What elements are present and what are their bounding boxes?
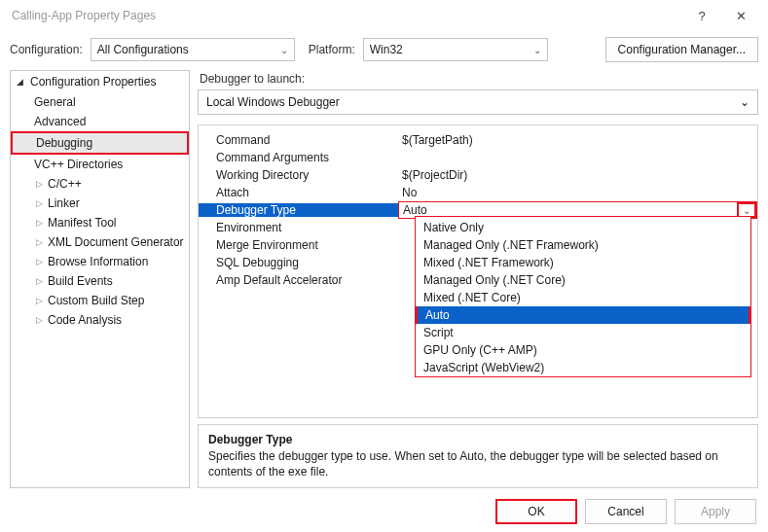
triangle-right-icon: ▷ bbox=[34, 296, 44, 305]
property-row[interactable]: Command$(TargetPath) bbox=[199, 131, 757, 149]
tree-item-c-c-[interactable]: ▷C/C++ bbox=[11, 174, 189, 194]
config-toolbar: Configuration: All Configurations ⌄ Plat… bbox=[0, 31, 768, 70]
triangle-right-icon: ▷ bbox=[34, 276, 44, 286]
property-name: Merge Environment bbox=[199, 238, 398, 252]
apply-label: Apply bbox=[701, 505, 730, 518]
tree-item-debugging[interactable]: Debugging bbox=[11, 131, 189, 155]
description-box: Debugger Type Specifies the debugger typ… bbox=[198, 424, 758, 488]
configuration-combo[interactable]: All Configurations ⌄ bbox=[91, 38, 295, 61]
property-value[interactable]: No bbox=[398, 186, 757, 199]
cancel-button[interactable]: Cancel bbox=[585, 499, 667, 524]
dropdown-option[interactable]: Managed Only (.NET Framework) bbox=[416, 236, 750, 254]
property-row[interactable]: Command Arguments bbox=[199, 149, 757, 166]
description-title: Debugger Type bbox=[208, 433, 748, 446]
property-value[interactable]: $(TargetPath) bbox=[398, 133, 757, 147]
dropdown-option[interactable]: Managed Only (.NET Core) bbox=[416, 271, 750, 289]
property-name: SQL Debugging bbox=[199, 256, 398, 269]
tree-item-label: Linker bbox=[48, 196, 80, 210]
property-value-text: Auto bbox=[403, 203, 427, 217]
tree-root-label: Configuration Properties bbox=[30, 75, 156, 89]
chevron-down-icon: ⌄ bbox=[280, 45, 288, 55]
tree-view[interactable]: ◢ Configuration Properties GeneralAdvanc… bbox=[10, 70, 190, 488]
dropdown-option[interactable]: Mixed (.NET Core) bbox=[416, 289, 750, 306]
property-name: Debugger Type bbox=[199, 203, 398, 217]
property-name: Working Directory bbox=[199, 168, 398, 182]
debugger-launch-label: Debugger to launch: bbox=[198, 70, 758, 89]
chevron-down-icon: ⌄ bbox=[743, 205, 750, 216]
property-grid[interactable]: Command$(TargetPath)Command ArgumentsWor… bbox=[198, 124, 758, 418]
tree-item-label: Custom Build Step bbox=[48, 294, 144, 307]
window-title: Calling-App Property Pages bbox=[8, 9, 682, 22]
property-name: Attach bbox=[199, 186, 398, 199]
property-name: Command bbox=[199, 133, 398, 147]
help-icon[interactable]: ? bbox=[682, 9, 721, 23]
triangle-down-icon: ◢ bbox=[17, 77, 26, 87]
dropdown-option[interactable]: Mixed (.NET Framework) bbox=[416, 254, 750, 271]
platform-value: Win32 bbox=[370, 43, 403, 56]
platform-combo[interactable]: Win32 ⌄ bbox=[363, 38, 548, 61]
tree-root[interactable]: ◢ Configuration Properties bbox=[11, 71, 189, 92]
property-row[interactable]: Working Directory$(ProjectDir) bbox=[199, 166, 757, 184]
tree-item-code-analysis[interactable]: ▷Code Analysis bbox=[11, 310, 189, 330]
tree-item-general[interactable]: General bbox=[11, 92, 189, 112]
debugger-launch-combo[interactable]: Local Windows Debugger ⌄ bbox=[198, 89, 758, 115]
property-name: Environment bbox=[199, 221, 398, 234]
tree-item-vc-directories[interactable]: VC++ Directories bbox=[11, 155, 189, 174]
apply-button[interactable]: Apply bbox=[675, 499, 756, 524]
tree-item-browse-information[interactable]: ▷Browse Information bbox=[11, 252, 189, 271]
tree-item-build-events[interactable]: ▷Build Events bbox=[11, 271, 189, 291]
dropdown-option[interactable]: Auto bbox=[416, 306, 750, 324]
tree-item-label: Build Events bbox=[48, 274, 113, 288]
tree-item-advanced[interactable]: Advanced bbox=[11, 112, 189, 131]
configuration-manager-button[interactable]: Configuration Manager... bbox=[605, 37, 758, 62]
tree-item-label: Manifest Tool bbox=[48, 216, 116, 230]
triangle-right-icon: ▷ bbox=[34, 257, 44, 266]
triangle-right-icon: ▷ bbox=[34, 315, 44, 325]
tree-item-label: XML Document Generator bbox=[48, 235, 184, 249]
tree-item-label: Browse Information bbox=[48, 255, 148, 268]
dialog-footer: OK Cancel Apply bbox=[495, 499, 756, 524]
configuration-manager-label: Configuration Manager... bbox=[618, 43, 746, 56]
tree-item-linker[interactable]: ▷Linker bbox=[11, 194, 189, 213]
platform-label: Platform: bbox=[309, 43, 355, 56]
debugger-type-dropdown[interactable]: Native OnlyManaged Only (.NET Framework)… bbox=[415, 216, 751, 377]
dropdown-option[interactable]: JavaScript (WebView2) bbox=[416, 359, 750, 376]
triangle-right-icon: ▷ bbox=[34, 237, 44, 247]
close-icon[interactable]: ✕ bbox=[721, 9, 760, 23]
dropdown-option[interactable]: GPU Only (C++ AMP) bbox=[416, 341, 750, 359]
ok-button[interactable]: OK bbox=[495, 499, 577, 524]
configuration-value: All Configurations bbox=[97, 43, 189, 56]
tree-item-label: Code Analysis bbox=[48, 313, 122, 327]
tree-item-custom-build-step[interactable]: ▷Custom Build Step bbox=[11, 291, 189, 310]
dropdown-option[interactable]: Native Only bbox=[416, 219, 750, 236]
main-panel: Debugger to launch: Local Windows Debugg… bbox=[198, 70, 758, 488]
chevron-down-icon: ⌄ bbox=[740, 95, 750, 109]
dropdown-option[interactable]: Script bbox=[416, 324, 750, 341]
debugger-launch-value: Local Windows Debugger bbox=[206, 95, 340, 109]
tree-item-manifest-tool[interactable]: ▷Manifest Tool bbox=[11, 213, 189, 232]
property-row[interactable]: AttachNo bbox=[199, 184, 757, 201]
triangle-right-icon: ▷ bbox=[34, 179, 44, 189]
triangle-right-icon: ▷ bbox=[34, 218, 44, 228]
ok-label: OK bbox=[528, 505, 544, 518]
tree-item-xml-document-generator[interactable]: ▷XML Document Generator bbox=[11, 232, 189, 252]
cancel-label: Cancel bbox=[607, 505, 643, 518]
title-bar: Calling-App Property Pages ? ✕ bbox=[0, 0, 768, 31]
property-value[interactable]: $(ProjectDir) bbox=[398, 168, 757, 182]
description-text: Specifies the debugger type to use. When… bbox=[208, 448, 748, 479]
chevron-down-icon: ⌄ bbox=[533, 45, 541, 55]
configuration-label: Configuration: bbox=[10, 43, 83, 56]
tree-item-label: C/C++ bbox=[48, 177, 82, 191]
property-name: Amp Default Accelerator bbox=[199, 273, 398, 287]
property-name: Command Arguments bbox=[199, 151, 398, 164]
triangle-right-icon: ▷ bbox=[34, 198, 44, 208]
